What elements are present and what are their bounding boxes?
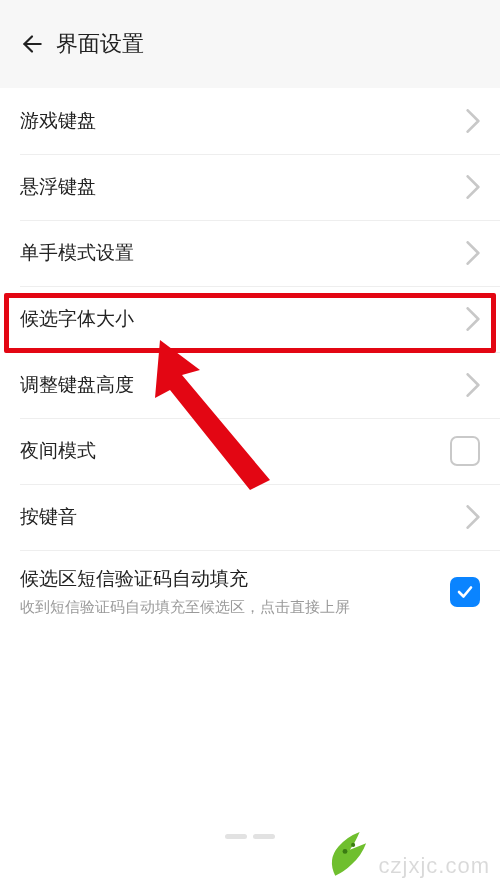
row-keyboard-height[interactable]: 调整键盘高度	[0, 352, 500, 418]
settings-list: 游戏键盘 悬浮键盘 单手模式设置 候选字体大小 调整键盘高度 夜间模式 按键音 …	[0, 88, 500, 633]
header: 界面设置	[0, 0, 500, 88]
row-sms-autofill[interactable]: 候选区短信验证码自动填充 收到短信验证码自动填充至候选区，点击直接上屏	[0, 550, 500, 633]
chevron-right-icon	[466, 307, 480, 331]
row-game-keyboard[interactable]: 游戏键盘	[0, 88, 500, 154]
row-floating-keyboard[interactable]: 悬浮键盘	[0, 154, 500, 220]
row-label: 游戏键盘	[20, 108, 96, 134]
svg-point-2	[342, 849, 347, 854]
row-label: 候选区短信验证码自动填充	[20, 566, 350, 592]
back-button[interactable]	[12, 24, 52, 64]
chevron-right-icon	[466, 373, 480, 397]
row-label: 调整键盘高度	[20, 372, 134, 398]
home-indicator	[223, 831, 277, 841]
row-night-mode[interactable]: 夜间模式	[0, 418, 500, 484]
night-mode-checkbox[interactable]	[450, 436, 480, 466]
sms-autofill-checkbox[interactable]	[450, 577, 480, 607]
row-label: 夜间模式	[20, 438, 96, 464]
watermark-text: czjxjc.com	[379, 853, 490, 879]
row-sublabel: 收到短信验证码自动填充至候选区，点击直接上屏	[20, 596, 350, 617]
row-label: 单手模式设置	[20, 240, 134, 266]
page-title: 界面设置	[56, 29, 144, 59]
row-label: 候选字体大小	[20, 306, 134, 332]
row-one-handed-mode[interactable]: 单手模式设置	[0, 220, 500, 286]
row-candidate-font-size[interactable]: 候选字体大小	[0, 286, 500, 352]
chevron-right-icon	[466, 109, 480, 133]
row-label: 按键音	[20, 504, 77, 530]
chevron-right-icon	[466, 175, 480, 199]
chevron-right-icon	[466, 241, 480, 265]
row-label: 悬浮键盘	[20, 174, 96, 200]
check-icon	[456, 583, 474, 601]
chevron-right-icon	[466, 505, 480, 529]
row-key-sound[interactable]: 按键音	[0, 484, 500, 550]
watermark: czjxjc.com	[319, 827, 490, 879]
back-arrow-icon	[19, 31, 45, 57]
svg-point-3	[351, 843, 355, 847]
watermark-logo-icon	[319, 827, 371, 879]
